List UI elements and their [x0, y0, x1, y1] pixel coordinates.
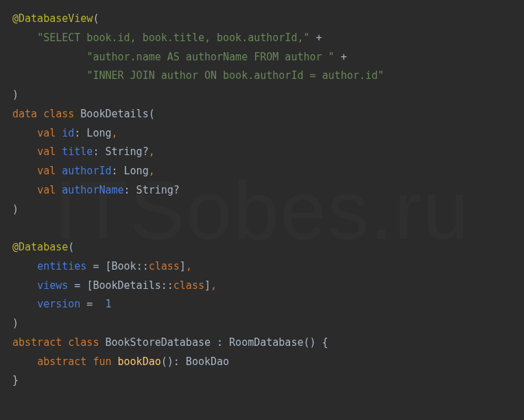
type-long: Long: [80, 127, 111, 139]
comma: ,: [186, 260, 192, 272]
paren: (: [149, 108, 155, 120]
double-colon: ::: [136, 260, 149, 272]
keyword-class: class: [43, 108, 74, 120]
paren: ): [12, 203, 19, 215]
field-id: id: [56, 127, 74, 139]
param-views: views: [37, 279, 68, 292]
bracket: ]: [180, 260, 186, 272]
type-long: Long: [118, 165, 149, 177]
comma: ,: [149, 145, 155, 158]
paren: (: [93, 12, 99, 25]
keyword-val: val: [37, 145, 56, 158]
string-literal: "author.name AS authorName FROM author ": [86, 51, 334, 63]
comma: ,: [149, 165, 155, 177]
bracket: [: [105, 260, 111, 272]
keyword-class: class: [68, 336, 99, 349]
class-bookdetails-ref: BookDetails: [93, 279, 160, 292]
class-roomdb: RoomDatabase: [223, 336, 303, 349]
colon: :: [74, 127, 80, 139]
comma: ,: [211, 279, 217, 292]
class-bookstoredb: BookStoreDatabase: [99, 336, 217, 349]
colon: :: [217, 336, 223, 349]
class-bookdetails: BookDetails: [74, 108, 148, 120]
paren-pair: (): [303, 336, 315, 349]
paren: ): [12, 317, 19, 329]
string-literal: "INNER JOIN author ON book.authorId = au…: [86, 69, 383, 82]
equals: =: [86, 260, 105, 272]
keyword-class-ref: class: [149, 260, 180, 272]
colon: :: [174, 355, 180, 368]
fun-bookdao: bookDao: [112, 355, 161, 368]
keyword-abstract: abstract: [37, 355, 86, 368]
keyword-fun: fun: [93, 355, 111, 368]
keyword-data: data: [12, 108, 37, 120]
field-authorname: authorName: [56, 184, 123, 196]
equals: =: [80, 298, 99, 310]
annotation-databaseview: @DatabaseView: [12, 12, 93, 25]
operator-plus: +: [309, 32, 322, 44]
keyword-val: val: [37, 165, 56, 177]
number-one: 1: [99, 298, 111, 310]
double-colon: ::: [161, 279, 174, 292]
paren-pair: (): [161, 355, 174, 368]
annotation-database: @Database: [12, 241, 68, 253]
colon: :: [124, 184, 130, 196]
code-block: @DatabaseView( "SELECT book.id, book.tit…: [12, 10, 512, 390]
type-string: String?: [130, 184, 180, 196]
keyword-class-ref: class: [174, 279, 204, 292]
string-literal: "SELECT book.id, book.title, book.author…: [37, 32, 309, 44]
brace: }: [12, 374, 19, 386]
param-version: version: [37, 298, 80, 310]
param-entities: entities: [37, 260, 86, 272]
paren: (: [68, 241, 74, 253]
equals: =: [68, 279, 86, 292]
paren: ): [12, 89, 19, 101]
class-book: Book: [112, 260, 136, 272]
comma: ,: [112, 127, 118, 139]
type-string: String?: [99, 145, 148, 158]
keyword-val: val: [37, 184, 56, 196]
keyword-abstract: abstract: [12, 336, 62, 349]
field-authorid: authorId: [56, 165, 111, 177]
brace: {: [322, 336, 329, 349]
type-bookdao: BookDao: [180, 355, 229, 368]
operator-plus: +: [335, 51, 347, 63]
bracket: ]: [204, 279, 211, 292]
colon: :: [112, 165, 118, 177]
field-title: title: [56, 145, 93, 158]
keyword-val: val: [37, 127, 56, 139]
